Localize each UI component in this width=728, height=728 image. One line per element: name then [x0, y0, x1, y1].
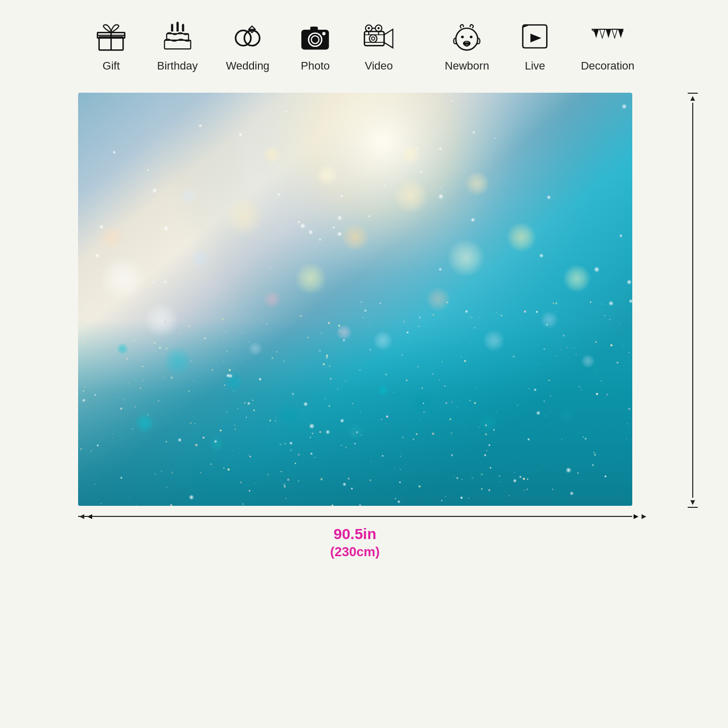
bottom-tick [688, 507, 698, 508]
width-measurement: ◄ ► 90.5in (230cm) [78, 512, 632, 561]
birthday-label: Birthday [157, 59, 198, 73]
svg-rect-23 [365, 31, 384, 45]
up-arrow: ▲ [689, 94, 697, 103]
width-label: 90.5in (230cm) [330, 524, 379, 561]
wedding-icon [230, 20, 266, 55]
width-primary: 90.5in [330, 524, 379, 544]
gift-label: Gift [103, 59, 120, 73]
newborn-icon [449, 20, 485, 55]
svg-point-36 [456, 28, 478, 50]
newborn-label: Newborn [445, 59, 489, 73]
live-label: Live [525, 59, 545, 73]
svg-marker-47 [612, 29, 618, 38]
svg-point-32 [378, 27, 380, 29]
svg-point-22 [322, 32, 326, 35]
svg-rect-5 [176, 24, 178, 31]
wedding-label: Wedding [226, 59, 269, 73]
svg-point-7 [171, 24, 173, 27]
down-arrow: ▼ [689, 498, 697, 507]
image-and-width-container: ◄ ► 90.5in (230cm) [30, 93, 680, 561]
svg-point-12 [236, 30, 251, 45]
width-secondary: (230cm) [330, 544, 379, 561]
live-icon [517, 20, 553, 55]
icons-row: Gift Birthday [30, 20, 698, 73]
photo-icon [298, 20, 333, 55]
icon-item-decoration: Decoration [567, 20, 648, 73]
icon-item-video: Video [347, 20, 411, 73]
icon-item-live: Live [503, 20, 567, 73]
gift-icon [94, 20, 129, 55]
svg-point-38 [470, 35, 473, 38]
height-arrow-wrapper: ▲ ▼ [689, 94, 697, 507]
decoration-label: Decoration [581, 59, 634, 73]
svg-marker-28 [384, 29, 393, 48]
horizontal-line [78, 516, 632, 517]
svg-point-27 [372, 37, 375, 40]
icon-item-birthday: Birthday [143, 20, 212, 73]
svg-marker-44 [593, 29, 599, 38]
icon-item-newborn: Newborn [431, 20, 503, 73]
video-label: Video [365, 59, 393, 73]
birthday-icon [160, 20, 195, 55]
backdrop-image [78, 93, 632, 506]
icon-item-gift: Gift [80, 20, 143, 73]
svg-point-30 [368, 27, 370, 29]
icon-item-wedding: Wedding [212, 20, 283, 73]
svg-marker-45 [600, 29, 605, 38]
svg-marker-42 [531, 33, 542, 42]
svg-marker-46 [606, 29, 612, 38]
svg-point-9 [182, 24, 184, 27]
width-arrow-line: ◄ ► [78, 512, 632, 521]
video-icon [361, 20, 396, 55]
svg-point-26 [369, 35, 377, 42]
svg-point-8 [176, 22, 178, 25]
svg-point-20 [311, 36, 319, 43]
svg-line-17 [252, 26, 255, 29]
main-content: ◄ ► 90.5in (230cm) ▲ ▼ 70.8 in (180cm) [30, 93, 698, 561]
decoration-icon [590, 20, 625, 55]
height-measurement-container: ▲ ▼ 70.8 in (180cm) [688, 93, 698, 508]
photo-label: Photo [301, 59, 330, 73]
svg-rect-21 [311, 27, 317, 31]
backdrop-container [78, 93, 632, 506]
icon-item-photo: Photo [284, 20, 347, 73]
svg-line-16 [249, 26, 252, 29]
svg-point-37 [461, 35, 464, 38]
vertical-line [692, 103, 693, 498]
